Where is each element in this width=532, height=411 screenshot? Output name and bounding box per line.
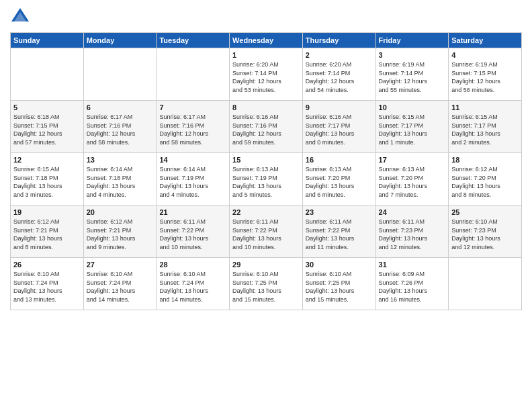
calendar-cell: 29Sunrise: 6:10 AM Sunset: 7:25 PM Dayli… xyxy=(230,258,303,310)
day-info: Sunrise: 6:10 AM Sunset: 7:25 PM Dayligh… xyxy=(306,270,373,304)
day-info: Sunrise: 6:14 AM Sunset: 7:18 PM Dayligh… xyxy=(87,165,154,199)
weekday-header-row: SundayMondayTuesdayWednesdayThursdayFrid… xyxy=(11,33,522,48)
logo xyxy=(10,7,33,27)
day-info: Sunrise: 6:19 AM Sunset: 7:14 PM Dayligh… xyxy=(379,60,446,94)
day-info: Sunrise: 6:10 AM Sunset: 7:24 PM Dayligh… xyxy=(13,270,81,304)
week-row-3: 12Sunrise: 6:15 AM Sunset: 7:18 PM Dayli… xyxy=(11,153,522,205)
calendar-cell: 23Sunrise: 6:11 AM Sunset: 7:22 PM Dayli… xyxy=(302,205,375,258)
day-info: Sunrise: 6:12 AM Sunset: 7:20 PM Dayligh… xyxy=(451,165,519,199)
calendar-cell: 24Sunrise: 6:11 AM Sunset: 7:23 PM Dayli… xyxy=(375,205,449,258)
day-info: Sunrise: 6:10 AM Sunset: 7:24 PM Dayligh… xyxy=(87,270,154,304)
weekday-header-monday: Monday xyxy=(83,33,157,48)
calendar-cell xyxy=(11,48,84,101)
day-info: Sunrise: 6:17 AM Sunset: 7:16 PM Dayligh… xyxy=(159,113,226,146)
day-info: Sunrise: 6:12 AM Sunset: 7:21 PM Dayligh… xyxy=(87,218,154,251)
calendar-table: SundayMondayTuesdayWednesdayThursdayFrid… xyxy=(10,32,522,310)
calendar-cell: 5Sunrise: 6:18 AM Sunset: 7:15 PM Daylig… xyxy=(11,101,84,153)
weekday-header-tuesday: Tuesday xyxy=(157,33,230,48)
day-number: 15 xyxy=(232,156,300,164)
calendar-cell: 3Sunrise: 6:19 AM Sunset: 7:14 PM Daylig… xyxy=(375,48,449,101)
day-number: 17 xyxy=(379,156,446,164)
day-number: 1 xyxy=(232,51,300,59)
calendar-cell: 4Sunrise: 6:19 AM Sunset: 7:15 PM Daylig… xyxy=(449,48,522,101)
day-number: 6 xyxy=(87,103,154,111)
calendar-cell: 6Sunrise: 6:17 AM Sunset: 7:16 PM Daylig… xyxy=(83,101,157,153)
logo-icon xyxy=(10,7,30,27)
day-number: 27 xyxy=(87,261,154,269)
day-info: Sunrise: 6:13 AM Sunset: 7:20 PM Dayligh… xyxy=(379,165,446,199)
day-info: Sunrise: 6:16 AM Sunset: 7:17 PM Dayligh… xyxy=(306,113,373,146)
day-info: Sunrise: 6:10 AM Sunset: 7:24 PM Dayligh… xyxy=(159,270,226,304)
day-number: 10 xyxy=(379,103,446,111)
day-info: Sunrise: 6:11 AM Sunset: 7:23 PM Dayligh… xyxy=(379,218,446,251)
calendar-cell xyxy=(157,48,230,101)
day-number: 25 xyxy=(451,208,519,216)
day-info: Sunrise: 6:11 AM Sunset: 7:22 PM Dayligh… xyxy=(232,218,300,251)
calendar-cell xyxy=(83,48,157,101)
day-number: 29 xyxy=(232,261,300,269)
calendar-cell: 11Sunrise: 6:15 AM Sunset: 7:17 PM Dayli… xyxy=(449,101,522,153)
calendar-page: SundayMondayTuesdayWednesdayThursdayFrid… xyxy=(0,0,532,411)
calendar-cell: 25Sunrise: 6:10 AM Sunset: 7:23 PM Dayli… xyxy=(449,205,522,258)
day-number: 18 xyxy=(451,156,519,164)
day-info: Sunrise: 6:20 AM Sunset: 7:14 PM Dayligh… xyxy=(232,60,300,94)
week-row-1: 1Sunrise: 6:20 AM Sunset: 7:14 PM Daylig… xyxy=(11,48,522,101)
weekday-header-saturday: Saturday xyxy=(449,33,522,48)
day-number: 20 xyxy=(87,208,154,216)
calendar-cell: 18Sunrise: 6:12 AM Sunset: 7:20 PM Dayli… xyxy=(449,153,522,205)
calendar-cell: 22Sunrise: 6:11 AM Sunset: 7:22 PM Dayli… xyxy=(230,205,303,258)
day-info: Sunrise: 6:10 AM Sunset: 7:25 PM Dayligh… xyxy=(232,270,300,304)
day-number: 13 xyxy=(87,156,154,164)
day-number: 4 xyxy=(451,51,519,59)
day-number: 3 xyxy=(379,51,446,59)
day-number: 24 xyxy=(379,208,446,216)
day-number: 7 xyxy=(159,103,226,111)
day-info: Sunrise: 6:13 AM Sunset: 7:19 PM Dayligh… xyxy=(232,165,300,199)
day-number: 19 xyxy=(13,208,81,216)
day-number: 30 xyxy=(306,261,373,269)
day-number: 12 xyxy=(13,156,81,164)
day-info: Sunrise: 6:16 AM Sunset: 7:16 PM Dayligh… xyxy=(232,113,300,146)
day-info: Sunrise: 6:13 AM Sunset: 7:20 PM Dayligh… xyxy=(306,165,373,199)
calendar-cell: 13Sunrise: 6:14 AM Sunset: 7:18 PM Dayli… xyxy=(83,153,157,205)
calendar-cell: 21Sunrise: 6:11 AM Sunset: 7:22 PM Dayli… xyxy=(157,205,230,258)
calendar-cell: 8Sunrise: 6:16 AM Sunset: 7:16 PM Daylig… xyxy=(230,101,303,153)
day-info: Sunrise: 6:15 AM Sunset: 7:17 PM Dayligh… xyxy=(379,113,446,146)
day-info: Sunrise: 6:19 AM Sunset: 7:15 PM Dayligh… xyxy=(451,60,519,94)
calendar-cell: 17Sunrise: 6:13 AM Sunset: 7:20 PM Dayli… xyxy=(375,153,449,205)
weekday-header-friday: Friday xyxy=(375,33,449,48)
day-info: Sunrise: 6:18 AM Sunset: 7:15 PM Dayligh… xyxy=(13,113,81,146)
weekday-header-sunday: Sunday xyxy=(11,33,84,48)
weekday-header-thursday: Thursday xyxy=(302,33,375,48)
day-number: 5 xyxy=(13,103,81,111)
calendar-cell: 19Sunrise: 6:12 AM Sunset: 7:21 PM Dayli… xyxy=(11,205,84,258)
calendar-cell: 30Sunrise: 6:10 AM Sunset: 7:25 PM Dayli… xyxy=(302,258,375,310)
day-number: 2 xyxy=(306,51,373,59)
week-row-4: 19Sunrise: 6:12 AM Sunset: 7:21 PM Dayli… xyxy=(11,205,522,258)
day-info: Sunrise: 6:15 AM Sunset: 7:18 PM Dayligh… xyxy=(13,165,81,199)
calendar-cell: 9Sunrise: 6:16 AM Sunset: 7:17 PM Daylig… xyxy=(302,101,375,153)
calendar-cell: 15Sunrise: 6:13 AM Sunset: 7:19 PM Dayli… xyxy=(230,153,303,205)
calendar-cell: 26Sunrise: 6:10 AM Sunset: 7:24 PM Dayli… xyxy=(11,258,84,310)
calendar-cell: 7Sunrise: 6:17 AM Sunset: 7:16 PM Daylig… xyxy=(157,101,230,153)
calendar-cell: 12Sunrise: 6:15 AM Sunset: 7:18 PM Dayli… xyxy=(11,153,84,205)
day-info: Sunrise: 6:20 AM Sunset: 7:14 PM Dayligh… xyxy=(306,60,373,94)
day-info: Sunrise: 6:10 AM Sunset: 7:23 PM Dayligh… xyxy=(451,218,519,251)
day-number: 22 xyxy=(232,208,300,216)
calendar-cell: 1Sunrise: 6:20 AM Sunset: 7:14 PM Daylig… xyxy=(230,48,303,101)
day-info: Sunrise: 6:11 AM Sunset: 7:22 PM Dayligh… xyxy=(306,218,373,251)
day-info: Sunrise: 6:11 AM Sunset: 7:22 PM Dayligh… xyxy=(159,218,226,251)
day-number: 28 xyxy=(159,261,226,269)
day-info: Sunrise: 6:14 AM Sunset: 7:19 PM Dayligh… xyxy=(159,165,226,199)
day-info: Sunrise: 6:09 AM Sunset: 7:26 PM Dayligh… xyxy=(379,270,446,304)
calendar-cell: 31Sunrise: 6:09 AM Sunset: 7:26 PM Dayli… xyxy=(375,258,449,310)
day-number: 16 xyxy=(306,156,373,164)
day-number: 8 xyxy=(232,103,300,111)
day-number: 31 xyxy=(379,261,446,269)
calendar-cell: 27Sunrise: 6:10 AM Sunset: 7:24 PM Dayli… xyxy=(83,258,157,310)
day-number: 23 xyxy=(306,208,373,216)
day-info: Sunrise: 6:15 AM Sunset: 7:17 PM Dayligh… xyxy=(451,113,519,146)
calendar-cell: 20Sunrise: 6:12 AM Sunset: 7:21 PM Dayli… xyxy=(83,205,157,258)
weekday-header-wednesday: Wednesday xyxy=(230,33,303,48)
calendar-cell: 10Sunrise: 6:15 AM Sunset: 7:17 PM Dayli… xyxy=(375,101,449,153)
